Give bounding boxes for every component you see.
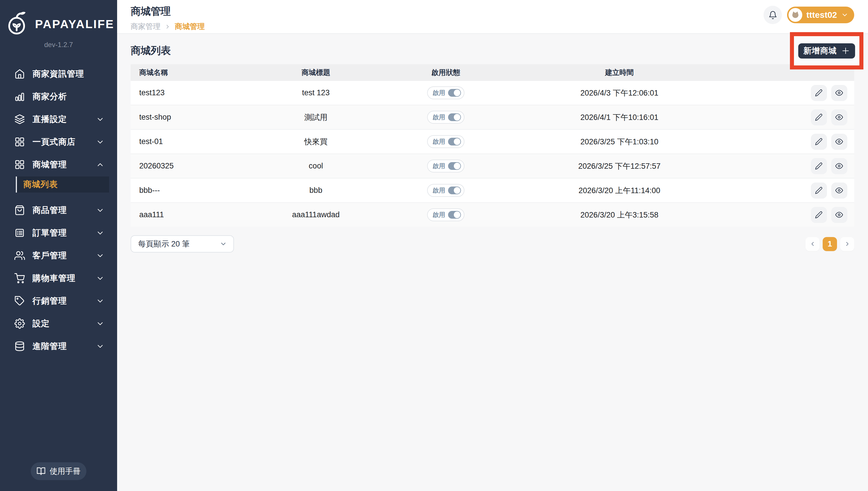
table-body: test123 test 123 啟用 2026/4/3 下午12:06:01 … <box>131 80 854 227</box>
sidebar-item-cart-management[interactable]: 購物車管理 <box>0 267 117 290</box>
cart-icon <box>15 273 25 284</box>
page-size-select[interactable]: 每頁顯示 20 筆 <box>131 235 234 253</box>
enable-toggle[interactable]: 啟用 <box>427 86 464 99</box>
bell-icon <box>769 10 777 20</box>
toggle-switch-icon <box>448 89 461 97</box>
cell-created-time: 2026/4/1 下午10:16:01 <box>504 112 735 122</box>
view-button[interactable] <box>831 158 847 174</box>
table-header-row: 商城名稱 商城標題 啟用狀態 建立時間 <box>131 64 854 80</box>
enable-toggle[interactable]: 啟用 <box>427 135 464 148</box>
chevron-down-icon <box>96 115 105 124</box>
view-button[interactable] <box>831 134 847 150</box>
mall-table: 商城名稱 商城標題 啟用狀態 建立時間 test123 test 123 啟用 … <box>131 64 854 227</box>
header-left: 商城管理 商家管理 商城管理 <box>131 5 205 32</box>
toggle-switch-icon <box>448 211 461 219</box>
home-icon <box>15 68 25 79</box>
edit-button[interactable] <box>811 207 827 223</box>
cell-created-time: 2026/3/25 下午12:57:57 <box>504 161 735 171</box>
column-header-title: 商城標題 <box>244 68 387 77</box>
sidebar-item-customer-management[interactable]: 客戶管理 <box>0 244 117 267</box>
table-row: bbb--- bbb 啟用 2026/3/20 上午11:14:00 <box>131 178 854 202</box>
database-icon <box>15 341 25 351</box>
table-footer: 每頁顯示 20 筆 1 <box>131 235 854 253</box>
user-menu-button[interactable]: tttest02 <box>787 7 854 23</box>
edit-button[interactable] <box>811 85 827 101</box>
annotation-highlight: 新增商城 <box>790 32 863 69</box>
content-area: 商城列表 商城名稱 商城標題 啟用狀態 建立時間 test123 test 12… <box>117 34 868 490</box>
header: 商城管理 商家管理 商城管理 tttest02 <box>117 0 868 34</box>
app-logo: PAPAYALIFE <box>0 9 117 39</box>
enable-toggle[interactable]: 啟用 <box>427 160 464 172</box>
cell-created-time: 2026/3/25 下午1:03:10 <box>504 137 735 147</box>
edit-button[interactable] <box>811 109 827 125</box>
sidebar-item-order-management[interactable]: 訂單管理 <box>0 222 117 244</box>
breadcrumb-parent[interactable]: 商家管理 <box>131 22 161 32</box>
view-button[interactable] <box>831 109 847 125</box>
view-button[interactable] <box>831 85 847 101</box>
eye-icon <box>835 113 843 121</box>
sidebar-item-mall-management[interactable]: 商城管理 <box>0 153 117 176</box>
notifications-button[interactable] <box>763 6 782 24</box>
sidebar-item-live-settings[interactable]: 直播設定 <box>0 108 117 131</box>
cell-mall-name: test-shop <box>131 113 244 122</box>
sidebar-item-advanced-management[interactable]: 進階管理 <box>0 335 117 357</box>
sidebar-item-one-page-shop[interactable]: 一頁式商店 <box>0 131 117 153</box>
cell-mall-title: 快來買 <box>244 137 387 147</box>
enable-toggle[interactable]: 啟用 <box>427 184 464 197</box>
enable-toggle[interactable]: 啟用 <box>427 208 464 221</box>
pencil-icon <box>815 186 823 194</box>
cell-actions <box>735 109 854 125</box>
papaya-logo-icon <box>3 10 30 38</box>
cell-created-time: 2026/3/20 上午3:15:58 <box>504 210 735 220</box>
sidebar-item-merchant-info[interactable]: 商家資訊管理 <box>0 63 117 85</box>
chevron-down-icon <box>96 319 105 328</box>
edit-button[interactable] <box>811 182 827 199</box>
eye-icon <box>835 138 843 145</box>
add-mall-button[interactable]: 新增商城 <box>798 43 855 59</box>
section-title: 商城列表 <box>131 44 854 57</box>
view-button[interactable] <box>831 182 847 199</box>
layers-icon <box>15 114 25 124</box>
chevron-down-icon <box>96 297 105 305</box>
edit-button[interactable] <box>811 158 827 174</box>
cell-mall-name: test-01 <box>131 137 244 146</box>
chevron-down-icon <box>96 206 105 215</box>
view-button[interactable] <box>831 207 847 223</box>
order-list-icon <box>15 228 25 238</box>
sidebar-nav: 商家資訊管理 商家分析 直播設定 一頁式商店 商城管理 商城列表 商品管理 訂單… <box>0 63 117 357</box>
tag-icon <box>15 295 25 306</box>
next-page-button[interactable] <box>840 237 854 251</box>
cell-actions <box>735 182 854 199</box>
cell-mall-title: bbb <box>244 186 387 195</box>
main-area: 商城管理 商家管理 商城管理 tttest02 商城列表 商城 <box>117 0 868 490</box>
cell-mall-title: cool <box>244 162 387 170</box>
user-manual-button[interactable]: 使用手冊 <box>31 462 86 480</box>
edit-button[interactable] <box>811 134 827 150</box>
shopping-bag-icon <box>15 205 25 215</box>
pencil-icon <box>815 113 823 121</box>
pencil-icon <box>815 162 823 170</box>
previous-page-button[interactable] <box>805 237 819 251</box>
app-name: PAPAYALIFE <box>35 18 114 31</box>
sidebar-subitem-mall-list[interactable]: 商城列表 <box>16 176 109 193</box>
sidebar-item-marketing-management[interactable]: 行銷管理 <box>0 290 117 312</box>
table-row: test-01 快來買 啟用 2026/3/25 下午1:03:10 <box>131 129 854 153</box>
cell-status: 啟用 <box>387 135 504 148</box>
pencil-icon <box>815 89 823 97</box>
sidebar-item-merchant-analytics[interactable]: 商家分析 <box>0 85 117 108</box>
eye-icon <box>835 162 843 170</box>
chevron-down-icon <box>96 229 105 237</box>
sidebar-item-settings[interactable]: 設定 <box>0 312 117 335</box>
cell-mall-name: aaa111 <box>131 210 244 219</box>
enable-toggle[interactable]: 啟用 <box>427 111 464 124</box>
toggle-switch-icon <box>448 186 461 194</box>
cell-actions <box>735 158 854 174</box>
cell-status: 啟用 <box>387 208 504 221</box>
column-header-status: 啟用狀態 <box>387 68 504 77</box>
current-page-button[interactable]: 1 <box>823 237 837 251</box>
sidebar-item-product-management[interactable]: 商品管理 <box>0 199 117 222</box>
pagination: 1 <box>805 237 854 251</box>
users-icon <box>15 250 25 261</box>
gear-icon <box>15 318 25 329</box>
toggle-switch-icon <box>448 138 461 145</box>
